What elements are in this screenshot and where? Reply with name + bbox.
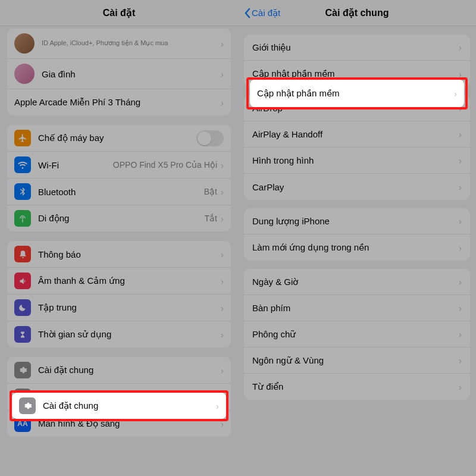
chevron-right-icon: ›: [221, 365, 224, 375]
bluetooth-label: Bluetooth: [38, 187, 204, 197]
chevron-right-icon: ›: [221, 187, 224, 197]
airplane-toggle[interactable]: [196, 130, 224, 146]
family-row[interactable]: Gia đình ›: [7, 59, 231, 89]
antenna-icon: [14, 210, 31, 227]
focus-row[interactable]: Tập trung ›: [7, 295, 231, 321]
pip-label: Hình trong hình: [252, 155, 459, 165]
keyboard-label: Bàn phím: [252, 303, 459, 313]
chevron-right-icon: ›: [221, 303, 224, 313]
moon-icon: [14, 299, 31, 316]
fonts-label: Phông chữ: [252, 329, 459, 340]
header-right: Cài đặt Cài đặt chung: [238, 0, 476, 26]
chevron-right-icon: ›: [221, 419, 224, 429]
airplane-label: Chế độ máy bay: [38, 133, 196, 143]
cellular-label: Di động: [38, 213, 205, 224]
chevron-right-icon: ›: [221, 249, 224, 259]
screentime-label: Thời gian sử dụng: [38, 329, 221, 340]
airplay-row[interactable]: AirPlay & Handoff ›: [244, 121, 470, 148]
apple-id-row[interactable]: ID Apple, iCloud+, Phương tiện & Mục mua…: [7, 29, 231, 59]
cellular-row[interactable]: Di động Tắt ›: [7, 205, 231, 231]
about-label: Giới thiệu: [252, 42, 459, 53]
arcade-promo-row[interactable]: Apple Arcade Miễn Phí 3 Tháng ›: [7, 89, 231, 115]
carplay-label: CarPlay: [252, 182, 459, 192]
software-update-label: Cập nhật phần mềm: [252, 68, 459, 79]
chevron-right-icon: ›: [216, 401, 219, 411]
chevron-right-icon: ›: [459, 129, 462, 139]
apple-id-subtitle: ID Apple, iCloud+, Phương tiện & Mục mua: [42, 39, 221, 47]
avatar: [14, 33, 35, 54]
chevron-left-icon: [244, 8, 250, 18]
software-update-label: Cập nhật phần mềm: [257, 88, 454, 99]
chevron-right-icon: ›: [459, 382, 462, 392]
chevron-right-icon: ›: [459, 303, 462, 313]
gear-icon: [14, 362, 31, 378]
fonts-row[interactable]: Phông chữ ›: [244, 321, 470, 347]
chevron-right-icon: ›: [221, 39, 224, 49]
date-time-label: Ngày & Giờ: [252, 277, 459, 287]
general-label: Cài đặt chung: [38, 365, 221, 375]
background-refresh-row[interactable]: Làm mới ứng dụng trong nền ›: [244, 234, 470, 261]
chevron-right-icon: ›: [459, 69, 462, 79]
language-row[interactable]: Ngôn ngữ & Vùng ›: [244, 347, 470, 374]
general-row[interactable]: Cài đặt chung ›: [7, 357, 231, 384]
cellular-value: Tắt: [205, 214, 217, 223]
arcade-label: Apple Arcade Miễn Phí 3 Tháng: [14, 97, 221, 108]
chevron-right-icon: ›: [221, 160, 224, 170]
chevron-right-icon: ›: [221, 276, 224, 286]
keyboard-row[interactable]: Bàn phím ›: [244, 295, 470, 321]
general-row-highlighted[interactable]: Cài đặt chung ›: [12, 393, 226, 419]
chevron-right-icon: ›: [459, 355, 462, 365]
storage-row[interactable]: Dung lượng iPhone ›: [244, 208, 470, 234]
airplay-label: AirPlay & Handoff: [252, 129, 459, 139]
header-left: Cài đặt: [0, 0, 238, 26]
family-avatar-icon: [14, 64, 35, 84]
storage-label: Dung lượng iPhone: [252, 216, 459, 227]
pip-row[interactable]: Hình trong hình ›: [244, 148, 470, 174]
chevron-right-icon: ›: [454, 89, 457, 99]
airplane-icon: [14, 130, 31, 146]
software-update-row-highlighted[interactable]: Cập nhật phần mềm ›: [250, 80, 464, 107]
chevron-right-icon: ›: [221, 214, 224, 224]
gear-icon: [19, 397, 36, 414]
chevron-right-icon: ›: [221, 69, 224, 79]
language-label: Ngôn ngữ & Vùng: [252, 355, 459, 366]
hourglass-icon: [14, 326, 31, 343]
dictionary-row[interactable]: Từ điển ›: [244, 374, 470, 400]
wifi-value: OPPO Find X5 Pro Của Hội: [113, 160, 217, 170]
family-label: Gia đình: [42, 69, 221, 79]
bluetooth-row[interactable]: Bluetooth Bật ›: [7, 178, 231, 205]
back-button[interactable]: Cài đặt: [244, 0, 280, 26]
chevron-right-icon: ›: [459, 329, 462, 339]
page-title: Cài đặt: [103, 7, 135, 18]
bluetooth-icon: [14, 183, 31, 200]
chevron-right-icon: ›: [459, 155, 462, 165]
airplane-mode-row[interactable]: Chế độ máy bay: [7, 125, 231, 152]
dictionary-label: Từ điển: [252, 381, 459, 392]
general-settings-screen: Cài đặt Cài đặt chung Giới thiệu › Cập n…: [238, 0, 476, 476]
carplay-row[interactable]: CarPlay ›: [244, 174, 470, 200]
display-label: Màn hình & Độ sáng: [38, 418, 221, 429]
chevron-right-icon: ›: [221, 98, 224, 108]
chevron-right-icon: ›: [459, 277, 462, 287]
background-refresh-label: Làm mới ứng dụng trong nền: [252, 242, 459, 253]
date-time-row[interactable]: Ngày & Giờ ›: [244, 269, 470, 295]
about-row[interactable]: Giới thiệu ›: [244, 35, 470, 61]
chevron-right-icon: ›: [459, 216, 462, 226]
general-label: Cài đặt chung: [43, 400, 216, 411]
speaker-icon: [14, 273, 31, 289]
wifi-row[interactable]: Wi-Fi OPPO Find X5 Pro Của Hội ›: [7, 152, 231, 178]
back-label: Cài đặt: [252, 8, 280, 18]
chevron-right-icon: ›: [221, 330, 224, 340]
sound-row[interactable]: Âm thanh & Cảm ứng ›: [7, 268, 231, 295]
bluetooth-value: Bật: [204, 187, 217, 196]
chevron-right-icon: ›: [459, 243, 462, 253]
notifications-row[interactable]: Thông báo ›: [7, 241, 231, 268]
notifications-label: Thông báo: [38, 249, 221, 259]
chevron-right-icon: ›: [459, 42, 462, 52]
screentime-row[interactable]: Thời gian sử dụng ›: [7, 321, 231, 347]
bell-icon: [14, 246, 31, 262]
focus-label: Tập trung: [38, 302, 221, 313]
sound-label: Âm thanh & Cảm ứng: [38, 275, 221, 286]
page-title: Cài đặt chung: [325, 7, 389, 18]
chevron-right-icon: ›: [459, 182, 462, 192]
